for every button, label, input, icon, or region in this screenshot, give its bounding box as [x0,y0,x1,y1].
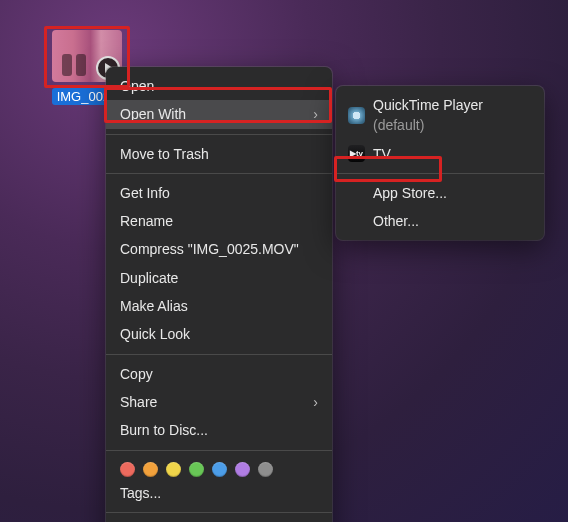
menu-copy[interactable]: Copy [106,360,332,388]
chevron-right-icon: › [313,104,318,124]
menu-compress-label: Compress "IMG_0025.MOV" [120,239,299,259]
menu-quick-actions[interactable]: Quick Actions › [106,518,332,522]
submenu-other[interactable]: Other... [336,207,544,235]
menu-burn-label: Burn to Disc... [120,420,208,440]
submenu-tv-label: TV [373,144,391,164]
tag-color-red[interactable] [120,462,135,477]
open-with-submenu: QuickTime Player (default) ▶tv TV App St… [336,86,544,240]
chevron-right-icon: › [313,392,318,412]
submenu-quicktime-suffix: (default) [373,117,424,133]
menu-quick-look-label: Quick Look [120,324,190,344]
submenu-quicktime-label: QuickTime Player [373,97,483,113]
menu-separator [106,173,332,174]
menu-make-alias-label: Make Alias [120,296,188,316]
menu-open-with-label: Open With [120,104,186,124]
menu-get-info-label: Get Info [120,183,170,203]
menu-open[interactable]: Open [106,72,332,100]
menu-open-with[interactable]: Open With › [106,100,332,128]
submenu-quicktime[interactable]: QuickTime Player (default) [336,91,544,140]
menu-move-to-trash[interactable]: Move to Trash [106,140,332,168]
menu-open-label: Open [120,76,154,96]
menu-separator [106,512,332,513]
menu-separator [106,134,332,135]
tag-color-row [106,456,332,479]
submenu-app-store[interactable]: App Store... [336,179,544,207]
menu-rename-label: Rename [120,211,173,231]
tag-color-purple[interactable] [235,462,250,477]
menu-get-info[interactable]: Get Info [106,179,332,207]
menu-share-label: Share [120,392,157,412]
tag-color-orange[interactable] [143,462,158,477]
menu-tags-label: Tags... [120,483,161,503]
menu-quick-look[interactable]: Quick Look [106,320,332,348]
tag-color-yellow[interactable] [166,462,181,477]
quicktime-icon [348,107,365,124]
menu-duplicate[interactable]: Duplicate [106,264,332,292]
tag-color-gray[interactable] [258,462,273,477]
menu-copy-label: Copy [120,364,153,384]
tag-color-blue[interactable] [212,462,227,477]
menu-make-alias[interactable]: Make Alias [106,292,332,320]
menu-compress[interactable]: Compress "IMG_0025.MOV" [106,235,332,263]
menu-duplicate-label: Duplicate [120,268,178,288]
menu-tags[interactable]: Tags... [106,479,332,507]
context-menu: Open Open With › Move to Trash Get Info … [106,67,332,522]
menu-trash-label: Move to Trash [120,144,209,164]
menu-separator [106,354,332,355]
tv-icon: ▶tv [348,145,365,162]
menu-separator [336,173,544,174]
menu-burn[interactable]: Burn to Disc... [106,416,332,444]
menu-rename[interactable]: Rename [106,207,332,235]
tag-color-green[interactable] [189,462,204,477]
menu-share[interactable]: Share › [106,388,332,416]
menu-separator [106,450,332,451]
submenu-other-label: Other... [373,211,419,231]
submenu-tv[interactable]: ▶tv TV [336,140,544,168]
submenu-app-store-label: App Store... [373,183,447,203]
